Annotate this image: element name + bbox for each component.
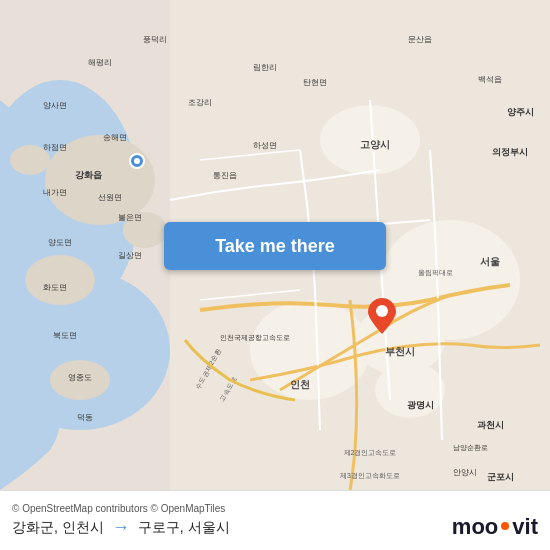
svg-text:군포시: 군포시	[487, 472, 514, 482]
origin-marker	[128, 152, 146, 170]
footer-copyright: © OpenStreetMap contributors © OpenMapTi…	[12, 503, 538, 514]
svg-text:양주시: 양주시	[507, 107, 534, 117]
footer: © OpenStreetMap contributors © OpenMapTi…	[0, 490, 550, 550]
svg-text:길상면: 길상면	[118, 251, 142, 260]
svg-text:림한리: 림한리	[253, 63, 277, 72]
svg-text:양도면: 양도면	[48, 238, 72, 247]
svg-text:북도면: 북도면	[53, 331, 77, 340]
svg-text:부천시: 부천시	[385, 346, 415, 357]
svg-text:인천: 인천	[290, 379, 310, 390]
svg-text:송해면: 송해면	[103, 133, 127, 142]
route-arrow-icon: →	[112, 517, 130, 538]
svg-text:문산읍: 문산읍	[408, 35, 432, 44]
svg-text:선원면: 선원면	[98, 193, 122, 202]
route-destination: 구로구, 서울시	[138, 519, 230, 537]
map-container: 강화읍 양사면 풍덕리 해평리 하점면 송해면 내가면 선원면 불은면 양도면 …	[0, 0, 550, 490]
svg-text:인천국제공항고속도로: 인천국제공항고속도로	[220, 334, 290, 342]
svg-text:양사면: 양사면	[43, 101, 67, 110]
svg-text:영종도: 영종도	[68, 373, 92, 382]
svg-point-55	[134, 158, 140, 164]
svg-text:하점면: 하점면	[43, 143, 67, 152]
svg-text:풍덕리: 풍덕리	[143, 35, 167, 44]
svg-text:고양시: 고양시	[360, 139, 390, 150]
svg-text:서울: 서울	[480, 256, 500, 267]
svg-text:덕동: 덕동	[77, 413, 93, 422]
svg-text:해평리: 해평리	[88, 58, 112, 67]
take-me-there-button[interactable]: Take me there	[164, 222, 386, 270]
moovit-brand-text-2: vit	[512, 514, 538, 540]
svg-text:안양시: 안양시	[453, 468, 477, 477]
svg-text:과천시: 과천시	[477, 420, 504, 430]
svg-text:의정부시: 의정부시	[492, 147, 528, 157]
route-origin: 강화군, 인천시	[12, 519, 104, 537]
svg-text:불은면: 불은면	[118, 213, 142, 222]
moovit-dot-icon	[501, 522, 509, 530]
svg-text:광명시: 광명시	[407, 400, 434, 410]
moovit-brand-text: moo	[452, 514, 498, 540]
svg-text:하성면: 하성면	[253, 141, 277, 150]
destination-marker	[368, 298, 396, 326]
svg-text:남양순환로: 남양순환로	[453, 444, 488, 452]
svg-point-4	[25, 255, 95, 305]
svg-text:강화읍: 강화읍	[75, 170, 102, 180]
svg-text:조강리: 조강리	[188, 98, 212, 107]
svg-text:통진읍: 통진읍	[213, 171, 237, 180]
svg-text:화도면: 화도면	[43, 283, 67, 292]
moovit-logo: moovit	[452, 514, 538, 540]
svg-text:제3경인고속화도로: 제3경인고속화도로	[340, 472, 400, 480]
svg-point-56	[376, 305, 388, 317]
svg-text:탄현면: 탄현면	[303, 78, 327, 87]
svg-text:내가면: 내가면	[43, 188, 67, 197]
svg-text:백석읍: 백석읍	[478, 75, 502, 84]
svg-text:제2경인고속도로: 제2경인고속도로	[344, 449, 397, 457]
svg-text:올림픽대로: 올림픽대로	[418, 269, 453, 277]
